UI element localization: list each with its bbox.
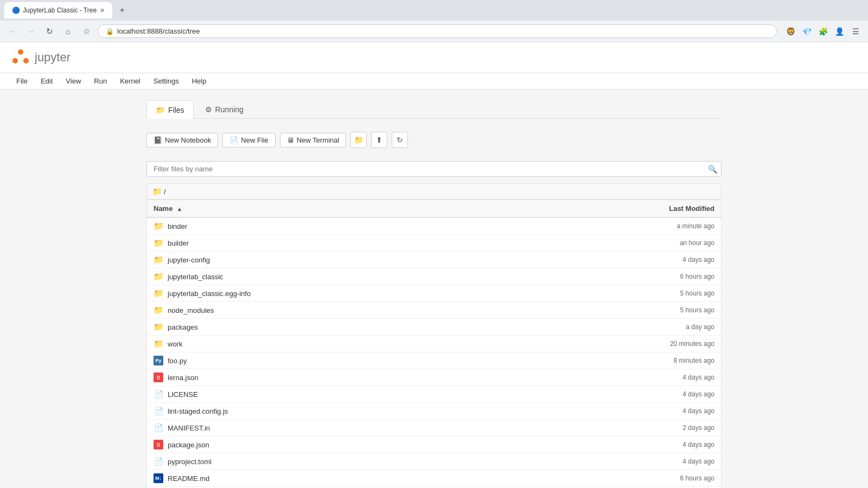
file-type-icon: 📄 [154,406,163,416]
reload-button[interactable]: ↻ [42,24,56,38]
file-name: jupyterlab_classic.egg-info [168,290,251,298]
table-row[interactable]: 📁 work 20 minutes ago [147,336,722,352]
profile-button[interactable]: 👤 [832,24,846,38]
secure-icon: 🔒 [106,28,114,35]
table-row[interactable]: 📄 MANIFEST.in 2 days ago [147,420,722,436]
forward-button[interactable]: → [24,24,38,38]
file-type-icon: 📄 [154,423,163,433]
name-column-header[interactable]: Name ▲ [147,200,522,218]
file-name: lint-staged.config.js [168,407,228,415]
file-modified-cell: an hour ago [522,235,722,252]
new-tab-button[interactable]: + [116,4,129,17]
file-table: Name ▲ Last Modified 📁 binder a minute a… [146,200,722,488]
files-tab-icon: 📁 [156,106,165,114]
table-row[interactable]: 📄 LICENSE 4 days ago [147,386,722,403]
file-name: LICENSE [168,390,198,399]
file-type-icon: {} [154,373,163,382]
file-type-icon: M↓ [154,473,163,483]
file-type-icon: Py [154,356,163,365]
new-notebook-button[interactable]: 📓 New Notebook [146,133,218,147]
new-file-button[interactable]: 📄 New File [222,133,276,147]
brave-shield-button[interactable]: 🦁 [783,24,797,38]
address-bar[interactable]: 🔒 localhost:8888/classic/tree [98,24,777,38]
menu-item-view[interactable]: View [60,75,86,87]
file-modified-cell: 8 minutes ago [522,352,722,369]
table-row[interactable]: 📁 packages a day ago [147,319,722,336]
sort-indicator: ▲ [177,206,182,212]
table-row[interactable]: {} package.json 4 days ago [147,436,722,453]
extensions-button[interactable]: 🧩 [816,24,830,38]
menu-item-file[interactable]: File [11,75,33,87]
file-modified-cell: a day ago [522,319,722,336]
file-name-cell: {} package.json [147,436,522,453]
table-row[interactable]: 📄 lint-staged.config.js 4 days ago [147,403,722,420]
tab-close[interactable]: ✕ [100,7,105,14]
table-row[interactable]: 📁 node_modules 5 hours ago [147,302,722,319]
menu-item-edit[interactable]: Edit [35,75,58,87]
file-modified-cell: 6 hours ago [522,268,722,285]
file-type-icon: 📁 [154,322,163,332]
file-modified-cell: 4 days ago [522,403,722,420]
menu-button[interactable]: ☰ [848,24,863,38]
file-name: foo.py [168,357,187,365]
menu-item-help[interactable]: Help [187,75,212,87]
svg-point-3 [19,50,23,54]
breadcrumb: 📁 / [146,183,722,200]
tab-running[interactable]: ⚙Running [196,100,253,118]
tab-files[interactable]: 📁Files [146,100,194,119]
table-row[interactable]: 📄 pyproject.toml 4 days ago [147,453,722,470]
browser-chrome: 🔵 JupyterLab Classic - Tree ✕ + [0,0,868,21]
file-modified-cell: 20 minutes ago [522,336,722,352]
file-modified-cell: a minute ago [522,217,722,235]
file-name-cell: 📄 pyproject.toml [147,453,522,470]
file-name-cell: 📁 jupyterlab_classic.egg-info [147,285,522,302]
file-name-cell: Py foo.py [147,352,522,369]
new-file-label: New File [241,136,269,144]
file-modified-cell: 5 hours ago [522,302,722,319]
wallet-button[interactable]: 💎 [800,24,814,38]
file-name: MANIFEST.in [168,424,210,432]
table-row[interactable]: 📁 jupyterlab_classic 6 hours ago [147,268,722,285]
table-row[interactable]: M↓ README.md 6 hours ago [147,470,722,487]
file-name: package.json [168,441,209,449]
terminal-icon: 🖥 [287,136,294,144]
tab-title: JupyterLab Classic - Tree [23,7,97,14]
filter-input[interactable] [146,161,722,177]
refresh-button[interactable]: ↻ [392,132,408,148]
file-name-cell: 📁 jupyterlab_classic [147,268,522,285]
table-row[interactable]: 📁 jupyterlab_classic.egg-info 5 hours ag… [147,285,722,302]
jupyter-logo-text: jupyter [35,50,71,65]
upload-button[interactable]: ⬆ [371,132,387,148]
file-name: jupyter-config [168,256,210,264]
file-name: node_modules [168,306,214,314]
browser-tab[interactable]: 🔵 JupyterLab Classic - Tree ✕ [4,2,112,18]
modified-column-label: Last Modified [669,204,714,213]
table-row[interactable]: {} lerna.json 4 days ago [147,369,722,386]
new-terminal-button[interactable]: 🖥 New Terminal [280,133,347,147]
file-type-icon: 📁 [154,255,163,265]
file-name-cell: 📄 lint-staged.config.js [147,403,522,420]
search-button[interactable]: 🔍 [708,165,717,174]
file-name: work [168,340,182,348]
filter-bar: 🔍 [146,161,722,177]
folder-button[interactable]: 📁 [350,132,367,148]
menu-item-kernel[interactable]: Kernel [114,75,146,87]
file-name-cell: 📁 jupyter-config [147,252,522,268]
modified-column-header[interactable]: Last Modified [522,200,722,218]
file-modified-cell: 4 days ago [522,369,722,386]
table-row[interactable]: 📁 binder a minute ago [147,217,722,235]
table-row[interactable]: 📁 jupyter-config 4 days ago [147,252,722,268]
menu-item-settings[interactable]: Settings [148,75,184,87]
menu-item-run[interactable]: Run [88,75,112,87]
back-button[interactable]: ← [5,24,20,38]
home-button[interactable]: ⌂ [61,24,75,38]
table-header-row: Name ▲ Last Modified [147,200,722,218]
bookmark-button[interactable]: ☆ [79,24,93,38]
table-wrapper: Name ▲ Last Modified 📁 binder a minute a… [146,200,722,488]
table-row[interactable]: Py foo.py 8 minutes ago [147,352,722,369]
file-type-icon: 📄 [154,457,163,466]
svg-point-2 [12,58,18,63]
table-row[interactable]: 📁 builder an hour ago [147,235,722,252]
file-icon: 📄 [229,136,238,144]
browser-actions: 🦁 💎 🧩 👤 ☰ [783,24,863,38]
